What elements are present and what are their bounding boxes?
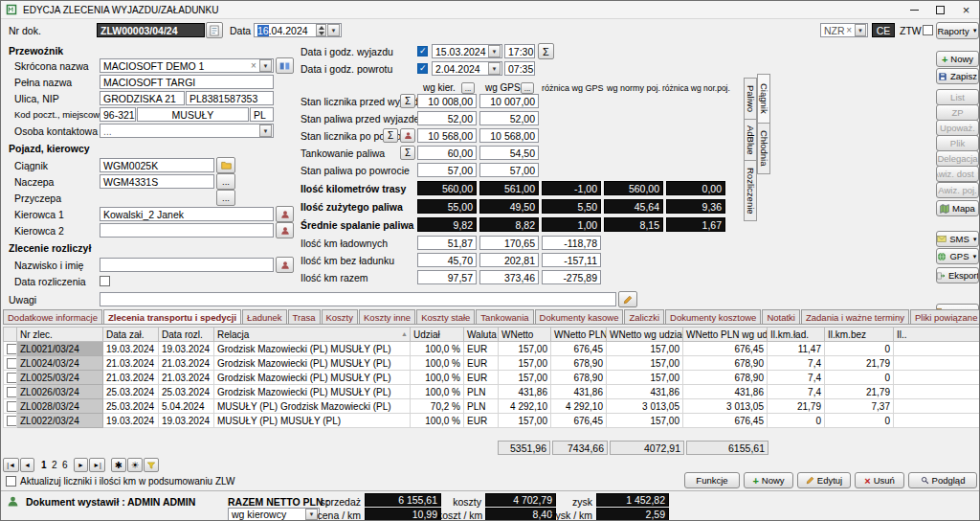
naczepa-field[interactable]: WGM4331S <box>100 174 214 189</box>
value-field[interactable]: 10 008,00 <box>417 94 477 108</box>
kraj-field[interactable]: PL <box>250 107 274 122</box>
nowy-button[interactable]: +Nowy <box>936 51 979 67</box>
clear-icon[interactable] <box>845 25 854 35</box>
nazwisko-field[interactable] <box>100 258 274 272</box>
col-header[interactable]: Il.km.ład. <box>768 328 825 342</box>
col-header[interactable]: Waluta <box>464 328 499 342</box>
gps-button[interactable]: GPS▼ <box>936 248 979 264</box>
chevron-down-icon[interactable] <box>259 59 272 72</box>
row-checkbox[interactable] <box>7 373 17 383</box>
value-field[interactable]: 10 568,00 <box>417 128 477 143</box>
wyjazd-date-field[interactable]: 15.03.2024 <box>432 44 502 58</box>
nazwisko-person-button[interactable] <box>276 257 294 273</box>
kierowca1-person-button[interactable] <box>276 206 294 222</box>
value-field[interactable]: 10 568,00 <box>479 128 539 143</box>
wg-kierowcy-combo[interactable]: wg kierowcy <box>228 508 320 521</box>
tab-tankowania[interactable]: Tankowania <box>476 309 533 325</box>
vtab-paliwo[interactable]: Paliwo <box>744 78 757 120</box>
minimize-button[interactable] <box>902 1 927 18</box>
calendar-dropdown-icon[interactable] <box>488 45 501 57</box>
value-field[interactable]: 52,00 <box>479 111 539 125</box>
pager-page-2[interactable]: 2 <box>52 460 57 470</box>
sms-button[interactable]: SMS▼ <box>936 231 979 247</box>
calendar-dropdown-icon[interactable] <box>327 24 340 36</box>
col-header[interactable]: Udział <box>411 328 464 342</box>
table-row[interactable]: ZL0026/03/24 25.03.2024 25.03.2024 Grodz… <box>4 385 980 399</box>
zp-button[interactable]: ZP <box>936 104 979 121</box>
pager-page-1[interactable]: 1 <box>41 460 47 470</box>
col-header[interactable]: Data zał. <box>103 328 159 342</box>
col-header[interactable]: Nr zlec. <box>17 328 103 342</box>
col-header[interactable]: Relacja <box>214 328 411 342</box>
powrot-time-field[interactable]: 07:35 <box>504 61 535 76</box>
list-button[interactable]: List <box>936 89 979 105</box>
calendar-dropdown-icon[interactable] <box>488 62 501 75</box>
podglad-button[interactable]: Podgląd <box>908 472 977 488</box>
table-row[interactable]: ZL0024/03/24 21.03.2024 21.03.2024 Grodz… <box>4 356 980 371</box>
nowy-action-button[interactable]: +Nowy <box>744 472 793 488</box>
refresh-button[interactable]: ☀ <box>127 458 143 472</box>
row-checkbox[interactable] <box>7 416 17 426</box>
row-checkbox[interactable] <box>7 387 17 397</box>
nip-field[interactable]: PL8381587353 <box>186 91 274 105</box>
naczepa-ellipsis-button[interactable]: ... <box>216 173 235 190</box>
cell-select[interactable] <box>4 385 17 399</box>
sigma-button[interactable]: Σ <box>383 128 398 143</box>
tab-dokumenty-kasowe[interactable]: Dokumenty kasowe <box>535 309 624 325</box>
ciagnik-field[interactable]: WGM0025K <box>100 158 214 172</box>
doc-number-button[interactable] <box>206 22 223 38</box>
col-header[interactable]: WNetto PLN <box>551 328 607 342</box>
value-field[interactable]: 57,00 <box>417 163 477 177</box>
nzr-combo[interactable]: NZR <box>820 23 868 37</box>
eksport-button[interactable]: Eksport <box>936 267 979 283</box>
data-rozliczenia-checkbox[interactable] <box>100 276 110 286</box>
uwagi-field[interactable] <box>100 292 616 306</box>
kod-field[interactable]: 96-321 <box>100 107 136 122</box>
table-row[interactable]: ZL0028/03/24 25.03.2024 5.04.2024 MUSUŁY… <box>4 399 980 414</box>
cell-select[interactable] <box>4 399 17 414</box>
ztw-checkbox[interactable] <box>923 25 933 35</box>
usun-button[interactable]: ×Usuń <box>855 472 904 488</box>
zapisz-button[interactable]: Zapisz <box>936 68 979 84</box>
value-field[interactable]: 10 007,00 <box>479 94 539 108</box>
pager-last-button[interactable]: ►| <box>89 458 105 472</box>
col-header[interactable]: Il.. <box>894 328 980 342</box>
clear-icon[interactable] <box>249 60 258 71</box>
pager-prev-button[interactable]: ◄ <box>20 458 34 472</box>
osoba-combo[interactable]: ... <box>100 124 274 138</box>
vtab-ciagnik[interactable]: Ciągnik <box>757 74 770 124</box>
delegacja-button[interactable]: Delegacja <box>936 150 979 167</box>
pager-first-button[interactable]: |◄ <box>3 458 19 472</box>
awiz-dost-button[interactable]: Awiz. dost▼ <box>936 166 979 182</box>
vtab-adblue[interactable]: AdBlue <box>744 119 757 161</box>
maximize-button[interactable] <box>927 1 953 18</box>
miejscowosc-field[interactable]: MUSUŁY <box>137 107 249 122</box>
col-header[interactable]: WNetto <box>499 328 551 342</box>
kierowca2-person-button[interactable] <box>276 222 294 238</box>
tab-zadania-terminy[interactable]: Zadania i ważne terminy <box>801 309 909 325</box>
row-checkbox[interactable] <box>7 401 17 412</box>
wg-kier-ellipsis-button[interactable]: ... <box>461 82 475 94</box>
skrocona-field[interactable]: MACIOSOFT DEMO 1 <box>100 58 274 73</box>
tab-notatki[interactable]: Notatki <box>762 309 800 325</box>
wyjazd-time-field[interactable]: 17:30 <box>504 44 535 58</box>
col-header[interactable]: WNetto wg udziału <box>607 328 683 342</box>
ulica-field[interactable]: GRODZISKA 21 <box>100 91 185 105</box>
cell-select[interactable] <box>4 342 17 356</box>
pager-next-button[interactable]: ► <box>74 458 88 472</box>
date-spinner[interactable] <box>316 24 326 36</box>
funkcje-button[interactable]: Funkcje <box>684 472 740 488</box>
tab-koszty[interactable]: Koszty <box>322 309 359 325</box>
tab-ladunek[interactable]: Ładunek <box>242 309 286 325</box>
tab-dokumenty-kosztowe[interactable]: Dokumenty kosztowe <box>665 309 761 325</box>
pager-page-6[interactable]: 6 <box>62 460 68 470</box>
value-field[interactable]: 52,00 <box>417 111 477 125</box>
ciagnik-folder-button[interactable] <box>216 157 235 173</box>
vtab-rozliczenie[interactable]: Rozliczenie <box>744 160 757 221</box>
uwagi-edit-button[interactable] <box>618 291 637 307</box>
tab-koszty-stale[interactable]: Koszty stałe <box>416 309 475 325</box>
sigma-button[interactable]: Σ <box>400 146 415 160</box>
cell-select[interactable] <box>4 356 17 371</box>
wyjazd-sigma-button[interactable]: Σ <box>538 43 554 59</box>
cell-select[interactable] <box>4 414 17 428</box>
